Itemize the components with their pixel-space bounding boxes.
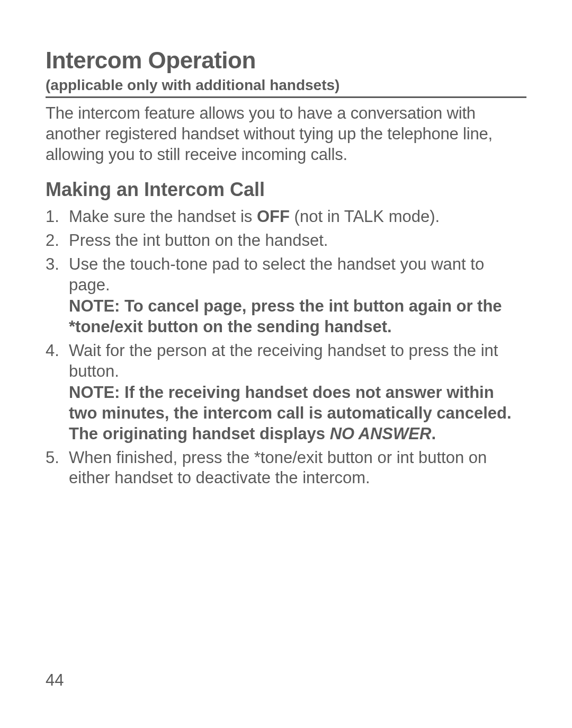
step-3-text: Use the touch-tone pad to select the han… <box>69 255 484 294</box>
page-number: 44 <box>46 670 64 691</box>
step-3-note: NOTE: To cancel page, press the int butt… <box>69 296 526 338</box>
steps-list: Make sure the handset is OFF (not in TAL… <box>46 207 526 489</box>
page-header: Intercom Operation (applicable only with… <box>46 46 526 98</box>
step-4-note-a: NOTE: If the receiving handset does not … <box>69 383 512 443</box>
step-1-text-a: Make sure the handset is <box>69 207 257 226</box>
step-4-note: NOTE: If the receiving handset does not … <box>69 383 526 444</box>
section-title: Making an Intercom Call <box>46 177 526 201</box>
step-4-note-end: . <box>431 424 436 443</box>
step-4-note-noanswer: NO ANSWER <box>330 424 432 443</box>
page-subtitle: (applicable only with additional handset… <box>46 76 526 94</box>
step-4-text: Wait for the person at the receiving han… <box>69 341 498 380</box>
step-5-text: When finished, press the *tone/exit butt… <box>69 448 487 487</box>
step-5: When finished, press the *tone/exit butt… <box>46 448 526 489</box>
step-2-text: Press the int button on the handset. <box>69 231 328 250</box>
page-title: Intercom Operation <box>46 46 526 75</box>
intro-paragraph: The intercom feature allows you to have … <box>46 103 526 165</box>
step-3: Use the touch-tone pad to select the han… <box>46 254 526 338</box>
manual-page: Intercom Operation (applicable only with… <box>0 0 572 728</box>
step-4: Wait for the person at the receiving han… <box>46 341 526 445</box>
step-1: Make sure the handset is OFF (not in TAL… <box>46 207 526 227</box>
step-2: Press the int button on the handset. <box>46 230 526 251</box>
step-1-off: OFF <box>257 207 290 226</box>
step-1-text-b: (not in TALK mode). <box>290 207 440 226</box>
